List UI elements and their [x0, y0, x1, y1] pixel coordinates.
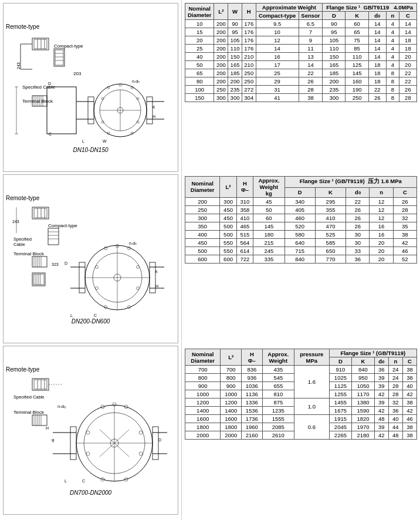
svg-text:Specified: Specified: [13, 237, 32, 242]
svg-rect-36: [147, 97, 153, 124]
table-row: 400500515180580525301638: [185, 230, 417, 238]
svg-text:203: 203: [73, 71, 82, 76]
svg-text:C: C: [82, 479, 85, 483]
table-row: 20030031045340295221226: [185, 197, 417, 205]
th-c-top: C: [399, 12, 416, 20]
svg-text:Compact-type: Compact-type: [54, 43, 83, 49]
svg-text:Cable: Cable: [13, 242, 25, 247]
svg-point-99: [136, 286, 139, 289]
diagram-svg-middle: 243 Specified Cable Compact-type Termina…: [12, 202, 170, 317]
th-l2-bottom: L²: [221, 349, 242, 366]
table-row: 40200150210161315011014420: [185, 53, 417, 61]
th-c-bottom: C: [402, 357, 416, 366]
table-row: 600600722335840770362052: [185, 255, 417, 263]
table-row: 350500465145520470261635: [185, 222, 417, 230]
th-compact-top: Compact-type: [256, 12, 299, 20]
table-row: 50200165210171416512518420: [185, 61, 417, 69]
diagram-section-top: Remote-type Compact-type: [3, 3, 178, 172]
svg-rect-0: [32, 38, 49, 50]
svg-text:Specified Cable: Specified Cable: [13, 394, 45, 400]
svg-point-98: [136, 265, 139, 268]
svg-text:φ: φ: [52, 438, 55, 443]
th-weight-bottom: Approx.Weight: [262, 349, 294, 366]
svg-text:323: 323: [52, 262, 59, 266]
table-row: 30045041060460410261232: [185, 214, 417, 222]
table-row: 10200901769.56.5906014414: [185, 20, 417, 28]
remote-type-label-middle: Remote-type: [6, 195, 39, 201]
svg-text:243: 243: [12, 220, 19, 224]
th-n-top: n: [386, 12, 399, 20]
th-k-bottom: K: [352, 357, 375, 366]
svg-rect-110: [32, 379, 49, 390]
th-l2-middle: L²: [220, 176, 236, 197]
svg-rect-118: [32, 415, 47, 426]
svg-text:H: H: [155, 284, 158, 288]
th-h-top: H: [242, 4, 256, 20]
th-flange-middle: Flange Size ¹ (GB/T9119) 压力 1.6 MPa: [284, 176, 416, 187]
th-d0-top: d₀: [368, 12, 386, 20]
svg-point-45: [119, 84, 121, 86]
diagram-svg-bottom: Specified Cable Terminal Block n-d₀: [12, 374, 170, 488]
table-row: 500550614245715650332046: [185, 247, 417, 255]
th-k-top: K: [346, 12, 368, 20]
svg-text:D: D: [65, 261, 67, 265]
svg-text:W: W: [103, 139, 107, 143]
table-row: 7007008364351.6910840362438: [185, 366, 417, 374]
th-l2-top: L²: [214, 4, 228, 20]
svg-point-141: [139, 431, 143, 434]
th-weight-middle: Approx.Weightkg: [253, 176, 284, 197]
svg-point-143: [86, 431, 90, 434]
th-nominal-bottom: NominalDiameter: [185, 349, 221, 366]
svg-rect-111: [34, 380, 47, 389]
svg-point-142: [139, 452, 143, 455]
svg-text:n-d₀: n-d₀: [57, 404, 66, 409]
th-d0-bottom: d₀: [374, 357, 388, 366]
svg-text:D: D: [158, 438, 161, 442]
th-pressure-bottom: pressureMPa: [294, 349, 329, 366]
svg-rect-25: [47, 87, 76, 134]
table-row: 100250235272312823519022826: [185, 86, 417, 94]
svg-text:H: H: [153, 114, 155, 119]
th-n-bottom: n: [388, 357, 402, 366]
table-row: 1520095176107956514414: [185, 28, 417, 36]
table-section-top: NominalDiameter L² W H Approximate Weigh…: [185, 3, 417, 169]
th-d-top: D: [323, 12, 346, 20]
table-top: NominalDiameter L² W H Approximate Weigh…: [185, 3, 417, 102]
table-row: 202001051761291057514418: [185, 36, 417, 45]
th-w-top: W: [228, 4, 242, 20]
svg-rect-137: [153, 427, 158, 460]
svg-text:L: L: [82, 139, 84, 143]
svg-text:k: k: [155, 269, 158, 273]
table-section-middle: NominalDiameter L² HΦ– Approx.Weightkg F…: [185, 176, 417, 342]
svg-rect-56: [32, 207, 49, 219]
diagram-svg-top: Compact-type 243 Specified Cable T: [12, 31, 170, 146]
svg-text:L: L: [70, 313, 73, 317]
th-d-middle: D: [284, 187, 315, 197]
th-sensor-top: Sensor: [299, 12, 323, 20]
svg-text:Terminal Block: Terminal Block: [22, 99, 53, 104]
svg-text:n-d₀: n-d₀: [132, 79, 140, 83]
diagram-label-middle: DN200-DN600: [72, 318, 110, 325]
svg-rect-66: [48, 228, 59, 245]
table-row: 450550564215640585302042: [185, 238, 417, 247]
svg-rect-136: [70, 427, 76, 460]
svg-rect-1: [34, 39, 47, 49]
page: Remote-type Compact-type: [0, 0, 420, 520]
table-row: 80200200250292620016018822: [185, 77, 417, 86]
svg-text:C: C: [94, 313, 97, 317]
svg-text:Terminal Block: Terminal Block: [13, 251, 45, 256]
svg-rect-57: [34, 208, 47, 218]
th-flange-size-top: Flange Size ¹ GB/T9119 4.0MPa: [323, 4, 417, 12]
table-row: 16001600173615550.619151820484046: [185, 415, 417, 423]
table-section-bottom: NominalDiameter L² HΦ– Approx.Weight pre…: [185, 349, 417, 515]
diagram-section-middle: Remote-type 243 Specified Cable: [3, 174, 178, 343]
table-bottom: NominalDiameter L² HΦ– Approx.Weight pre…: [185, 349, 417, 440]
svg-text:H: H: [46, 426, 49, 430]
remote-type-label-bottom: Remote-type: [6, 366, 39, 373]
svg-rect-71: [32, 256, 47, 267]
diagrams-column: Remote-type Compact-type: [0, 0, 182, 520]
th-nominal-diameter-top: NominalDiameter: [185, 4, 214, 20]
th-h-middle: HΦ–: [236, 176, 253, 197]
th-flange-bottom: Flange Size ¹ (GB/T9119): [329, 349, 416, 357]
svg-rect-35: [88, 97, 94, 124]
